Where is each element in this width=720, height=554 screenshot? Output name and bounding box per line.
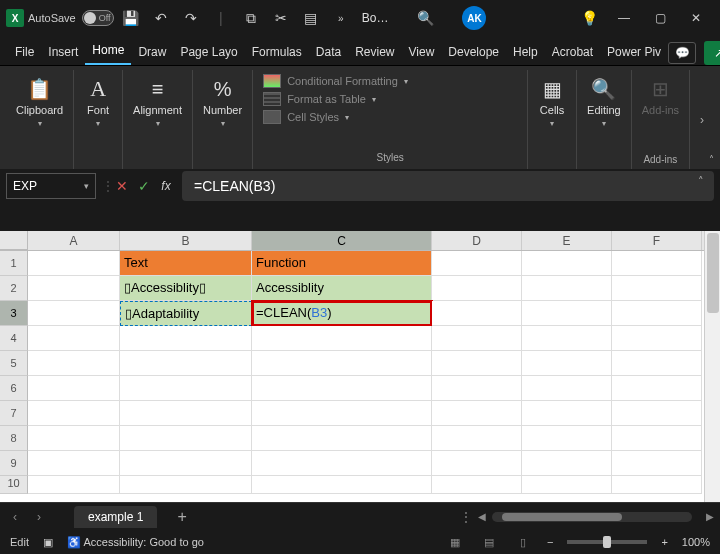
maximize-button[interactable]: ▢	[642, 4, 678, 32]
cell-b4[interactable]	[120, 326, 252, 351]
cell-a5[interactable]	[28, 351, 120, 376]
addins-button[interactable]: ⊞ Add-ins	[642, 72, 679, 116]
clipboard-button[interactable]: 📋 Clipboard ▾	[16, 72, 63, 128]
cell-c3[interactable]: =CLEAN(B3)	[252, 301, 432, 326]
autosave-toggle[interactable]: AutoSave Off	[28, 10, 114, 26]
cell-e2[interactable]	[522, 276, 612, 301]
spreadsheet-grid[interactable]: A B C D E F 1 Text Function 2 ▯Accessibl…	[0, 231, 720, 502]
cell-a3[interactable]	[28, 301, 120, 326]
cell-f10[interactable]	[612, 476, 702, 494]
cell-d5[interactable]	[432, 351, 522, 376]
cell-c2[interactable]: Accessiblity	[252, 276, 432, 301]
vertical-scroll-thumb[interactable]	[707, 233, 719, 313]
row-header-2[interactable]: 2	[0, 276, 28, 301]
sheet-tab-active[interactable]: example 1	[74, 506, 157, 528]
row-header-5[interactable]: 5	[0, 351, 28, 376]
cell-b6[interactable]	[120, 376, 252, 401]
number-button[interactable]: % Number ▾	[203, 72, 242, 128]
cell-e1[interactable]	[522, 251, 612, 276]
copy-icon[interactable]: ⧉	[238, 5, 264, 31]
view-page-layout-icon[interactable]: ▤	[479, 536, 499, 549]
cell-b8[interactable]	[120, 426, 252, 451]
row-header-6[interactable]: 6	[0, 376, 28, 401]
row-header-10[interactable]: 10	[0, 476, 28, 494]
user-avatar[interactable]: AK	[462, 6, 486, 30]
cell-e5[interactable]	[522, 351, 612, 376]
tab-page-layout[interactable]: Page Layo	[173, 41, 244, 65]
tab-acrobat[interactable]: Acrobat	[545, 41, 600, 65]
select-all-corner[interactable]	[0, 231, 28, 250]
cancel-formula-button[interactable]: ✕	[112, 175, 132, 197]
minimize-button[interactable]: —	[606, 4, 642, 32]
cell-e8[interactable]	[522, 426, 612, 451]
cell-d8[interactable]	[432, 426, 522, 451]
vertical-scrollbar[interactable]	[704, 231, 720, 502]
formula-input[interactable]: =CLEAN(B3) ˄	[182, 171, 714, 201]
sheet-next-button[interactable]: ›	[30, 510, 48, 524]
save-icon[interactable]: 💾	[118, 5, 144, 31]
cell-b3[interactable]: ▯Adaptability	[120, 301, 252, 326]
cell-d3[interactable]	[432, 301, 522, 326]
col-header-d[interactable]: D	[432, 231, 522, 250]
cell-a2[interactable]	[28, 276, 120, 301]
tab-data[interactable]: Data	[309, 41, 348, 65]
cell-c8[interactable]	[252, 426, 432, 451]
cell-d7[interactable]	[432, 401, 522, 426]
paste-icon[interactable]: ▤	[298, 5, 324, 31]
col-header-c[interactable]: C	[252, 231, 432, 250]
row-header-1[interactable]: 1	[0, 251, 28, 276]
cell-c4[interactable]	[252, 326, 432, 351]
row-header-4[interactable]: 4	[0, 326, 28, 351]
horizontal-scroll-thumb[interactable]	[502, 513, 622, 521]
row-header-7[interactable]: 7	[0, 401, 28, 426]
tab-view[interactable]: View	[402, 41, 442, 65]
redo-icon[interactable]: ↷	[178, 5, 204, 31]
editing-button[interactable]: 🔍 Editing ▾	[587, 72, 621, 128]
cell-b7[interactable]	[120, 401, 252, 426]
cell-d6[interactable]	[432, 376, 522, 401]
cell-f7[interactable]	[612, 401, 702, 426]
cell-a10[interactable]	[28, 476, 120, 494]
scroll-left-icon[interactable]: ◀	[478, 511, 486, 522]
alignment-button[interactable]: ≡ Alignment ▾	[133, 72, 182, 128]
cell-f6[interactable]	[612, 376, 702, 401]
qat-more-icon[interactable]: »	[328, 5, 354, 31]
add-sheet-button[interactable]: +	[177, 508, 186, 526]
cell-a1[interactable]	[28, 251, 120, 276]
cell-b1[interactable]: Text	[120, 251, 252, 276]
col-header-b[interactable]: B	[120, 231, 252, 250]
sheet-options-icon[interactable]: ⋮	[460, 510, 472, 524]
tab-draw[interactable]: Draw	[131, 41, 173, 65]
cell-b9[interactable]	[120, 451, 252, 476]
lightbulb-icon[interactable]: 💡	[576, 5, 602, 31]
tab-insert[interactable]: Insert	[41, 41, 85, 65]
row-header-3[interactable]: 3	[0, 301, 28, 326]
collapse-ribbon-button[interactable]: ˄	[709, 154, 714, 165]
cell-d4[interactable]	[432, 326, 522, 351]
zoom-in-button[interactable]: +	[661, 536, 667, 548]
cell-f4[interactable]	[612, 326, 702, 351]
macro-record-icon[interactable]: ▣	[43, 536, 53, 549]
cell-d9[interactable]	[432, 451, 522, 476]
close-button[interactable]: ✕	[678, 4, 714, 32]
scroll-right-icon[interactable]: ▶	[706, 511, 714, 522]
cell-e3[interactable]	[522, 301, 612, 326]
col-header-a[interactable]: A	[28, 231, 120, 250]
cell-b2[interactable]: ▯Accessiblity▯	[120, 276, 252, 301]
cell-c6[interactable]	[252, 376, 432, 401]
cell-f5[interactable]	[612, 351, 702, 376]
zoom-level[interactable]: 100%	[682, 536, 710, 548]
format-as-table-button[interactable]: Format as Table ▾	[263, 92, 517, 106]
cell-e9[interactable]	[522, 451, 612, 476]
cell-a6[interactable]	[28, 376, 120, 401]
col-header-e[interactable]: E	[522, 231, 612, 250]
zoom-out-button[interactable]: −	[547, 536, 553, 548]
enter-formula-button[interactable]: ✓	[134, 175, 154, 197]
insert-function-button[interactable]: fx	[156, 175, 176, 197]
cell-e6[interactable]	[522, 376, 612, 401]
tab-help[interactable]: Help	[506, 41, 545, 65]
conditional-formatting-button[interactable]: Conditional Formatting ▾	[263, 74, 517, 88]
cell-e4[interactable]	[522, 326, 612, 351]
cell-b10[interactable]	[120, 476, 252, 494]
cell-f8[interactable]	[612, 426, 702, 451]
